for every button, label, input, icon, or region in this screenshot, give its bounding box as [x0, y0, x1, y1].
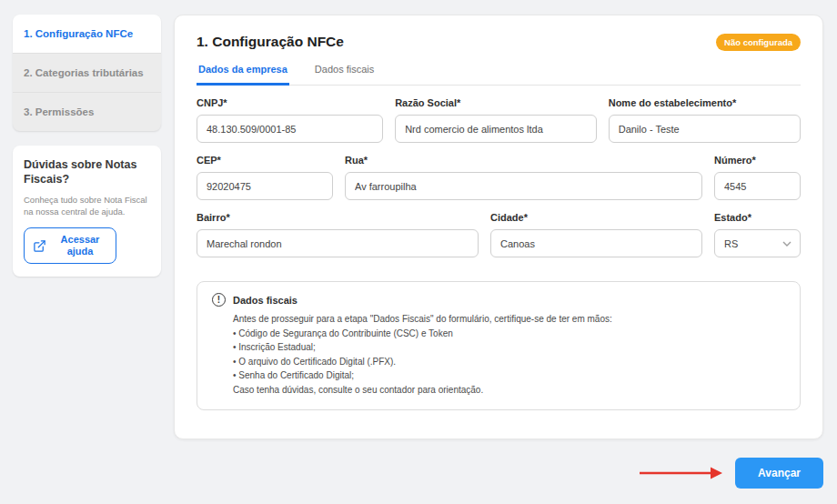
info-item: • Senha do Certificado Digital; [233, 368, 785, 383]
dados-fiscais-info-box: ! Dados fiscais Antes de prosseguir para… [197, 281, 801, 410]
cidade-label: Cidade* [490, 212, 702, 223]
bairro-label: Bairro* [197, 212, 479, 223]
cnpj-input[interactable] [197, 115, 383, 143]
tab-dados-fiscais[interactable]: Dados fiscais [313, 64, 376, 86]
tab-bar: Dados da empresa Dados fiscais [197, 64, 801, 86]
estado-select[interactable]: RS [714, 229, 801, 257]
step-label: 2. Categorias tributárias [24, 67, 144, 78]
razao-social-input[interactable] [395, 115, 597, 143]
info-box-title: Dados fiscais [233, 295, 297, 306]
info-item: • O arquivo do Certificado Digital (.PFX… [233, 355, 785, 369]
rua-field: Rua* [345, 155, 702, 200]
numero-input[interactable] [714, 172, 801, 200]
bairro-field: Bairro* [197, 212, 479, 257]
cnpj-field: CNPJ* [197, 97, 383, 143]
help-title: Dúvidas sobre Notas Fiscais? [24, 157, 150, 187]
estado-field: Estado* RS [714, 212, 801, 257]
nome-estabelecimento-field: Nome do estabelecimento* [609, 97, 801, 143]
step-categorias-tributarias[interactable]: 2. Categorias tributárias [13, 54, 161, 93]
nome-estabelecimento-input[interactable] [609, 115, 801, 143]
status-badge: Não configurada [716, 34, 801, 51]
tab-dados-da-empresa[interactable]: Dados da empresa [197, 64, 289, 86]
nfce-config-card: 1. Configuração NFCe Não configurada Dad… [174, 15, 823, 439]
info-box-body: Antes de prosseguir para a etapa "Dados … [212, 312, 785, 397]
external-link-icon [33, 239, 46, 253]
cidade-input[interactable] [490, 229, 702, 257]
avancar-button[interactable]: Avançar [735, 458, 823, 489]
step-permissoes[interactable]: 3. Permissões [13, 93, 161, 131]
estado-value: RS [724, 238, 738, 249]
form-row-1: CNPJ* Razão Social* Nome do estabelecime… [197, 97, 801, 143]
cnpj-label: CNPJ* [197, 97, 383, 108]
cep-label: CEP* [197, 155, 333, 166]
annotation-arrow [638, 464, 724, 482]
wizard-steps: 1. Configuração NFCe 2. Categorias tribu… [13, 15, 161, 131]
form-row-3: Bairro* Cidade* Estado* RS [197, 212, 801, 257]
estado-label: Estado* [714, 212, 801, 223]
step-label: 3. Permissões [24, 106, 94, 117]
info-outro: Caso tenha dúvidas, consulte o seu conta… [233, 383, 785, 398]
rua-input[interactable] [345, 172, 702, 200]
page-layout: 1. Configuração NFCe 2. Categorias tribu… [0, 0, 837, 439]
cidade-field: Cidade* [490, 212, 702, 257]
help-button[interactable]: Acessar ajuda [24, 227, 116, 264]
page-title: 1. Configuração NFCe [197, 34, 344, 50]
cep-field: CEP* [197, 155, 333, 200]
step-label: 1. Configuração NFCe [24, 28, 133, 39]
card-header: 1. Configuração NFCe Não configurada [197, 34, 801, 51]
razao-social-label: Razão Social* [395, 97, 597, 108]
nome-estabelecimento-label: Nome do estabelecimento* [609, 97, 801, 108]
sidebar: 1. Configuração NFCe 2. Categorias tribu… [13, 15, 161, 439]
razao-social-field: Razão Social* [395, 97, 597, 143]
step-configuracao-nfce[interactable]: 1. Configuração NFCe [13, 15, 161, 54]
help-card: Dúvidas sobre Notas Fiscais? Conheça tud… [13, 146, 161, 277]
rua-label: Rua* [345, 155, 702, 166]
numero-field: Número* [714, 155, 801, 200]
info-item: • Código de Segurança do Contribuinte (C… [233, 327, 785, 341]
info-intro: Antes de prosseguir para a etapa "Dados … [233, 312, 785, 327]
info-box-header: ! Dados fiscais [212, 293, 785, 307]
help-text: Conheça tudo sobre Nota Fiscal na nossa … [24, 194, 150, 219]
numero-label: Número* [714, 155, 801, 166]
footer: Avançar [0, 439, 837, 489]
help-button-label: Acessar ajuda [54, 234, 106, 257]
exclamation-icon: ! [212, 293, 226, 307]
chevron-down-icon [782, 241, 792, 247]
cep-input[interactable] [197, 172, 333, 200]
form-row-2: CEP* Rua* Número* [197, 155, 801, 200]
info-item: • Inscrição Estadual; [233, 340, 785, 355]
bairro-input[interactable] [197, 229, 479, 257]
